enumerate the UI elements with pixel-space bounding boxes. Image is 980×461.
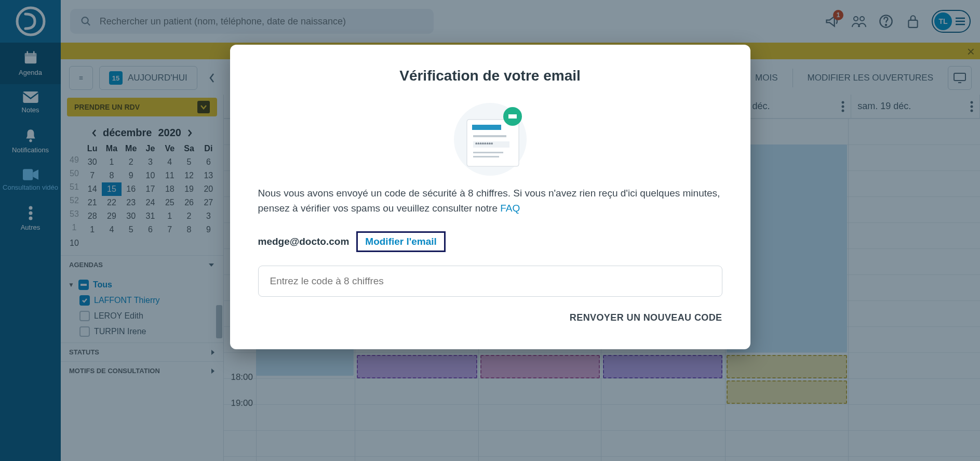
verification-code-input[interactable] bbox=[258, 266, 722, 297]
resend-code-button[interactable]: RENVOYER UN NOUVEAU CODE bbox=[258, 312, 722, 323]
faq-link[interactable]: FAQ bbox=[500, 203, 520, 214]
modal-email: medge@docto.com bbox=[258, 236, 350, 247]
email-verification-modal: Vérification de votre email ******** Nou… bbox=[230, 45, 750, 349]
modal-email-row: medge@docto.com Modifier l'email bbox=[258, 231, 722, 252]
modal-illustration: ******** bbox=[258, 98, 722, 176]
svg-rect-39 bbox=[473, 152, 503, 153]
svg-rect-35 bbox=[472, 125, 501, 130]
svg-text:********: ******** bbox=[475, 141, 493, 148]
svg-rect-36 bbox=[473, 135, 506, 137]
modal-body-text: Nous vous avons envoyé un code de sécuri… bbox=[258, 188, 720, 214]
modify-email-link[interactable]: Modifier l'email bbox=[356, 231, 446, 252]
svg-rect-40 bbox=[473, 156, 499, 157]
modal-title: Vérification de votre email bbox=[258, 68, 722, 84]
modal-overlay[interactable]: Vérification de votre email ******** Nou… bbox=[0, 0, 980, 461]
modal-body: Nous vous avons envoyé un code de sécuri… bbox=[258, 186, 722, 216]
